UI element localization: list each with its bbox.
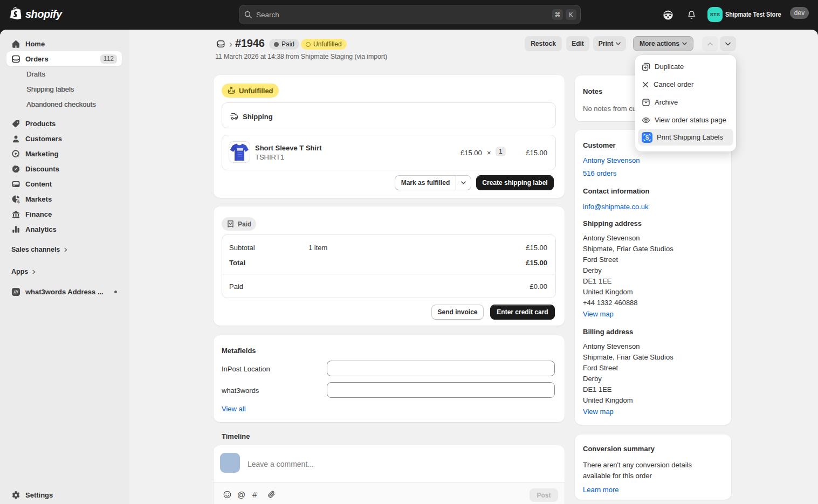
svg-text:$: $ bbox=[17, 199, 20, 203]
svg-text:S: S bbox=[645, 135, 649, 141]
